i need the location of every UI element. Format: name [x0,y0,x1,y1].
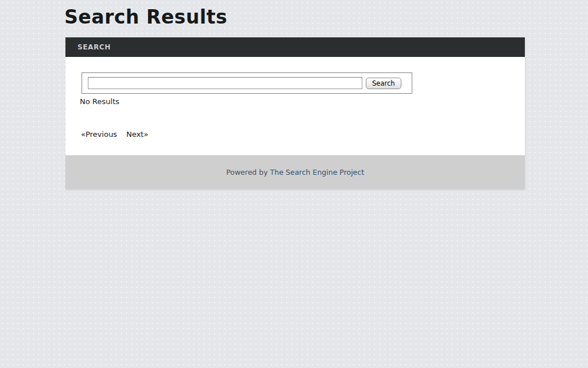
search-form: Search [82,72,412,94]
powered-by-text: Powered by [226,168,268,177]
pagination: «Previous Next» [81,130,148,139]
search-button[interactable]: Search [366,78,401,89]
page: Search Results SEARCH Search No Results … [0,0,588,368]
panel-footer: Powered by The Search Engine Project [65,155,525,189]
search-panel-header: SEARCH [65,37,525,57]
pagination-previous-link[interactable]: «Previous [81,130,117,139]
search-panel: SEARCH Search No Results «Previous Next»… [65,37,525,189]
pagination-next-link[interactable]: Next» [126,130,148,139]
search-input[interactable] [88,77,362,89]
search-panel-body: Search No Results «Previous Next» [65,57,525,155]
no-results-message: No Results [80,97,119,106]
search-panel-header-label: SEARCH [78,43,111,51]
search-engine-project-link[interactable]: The Search Engine Project [270,168,364,177]
page-title: Search Results [64,6,227,28]
